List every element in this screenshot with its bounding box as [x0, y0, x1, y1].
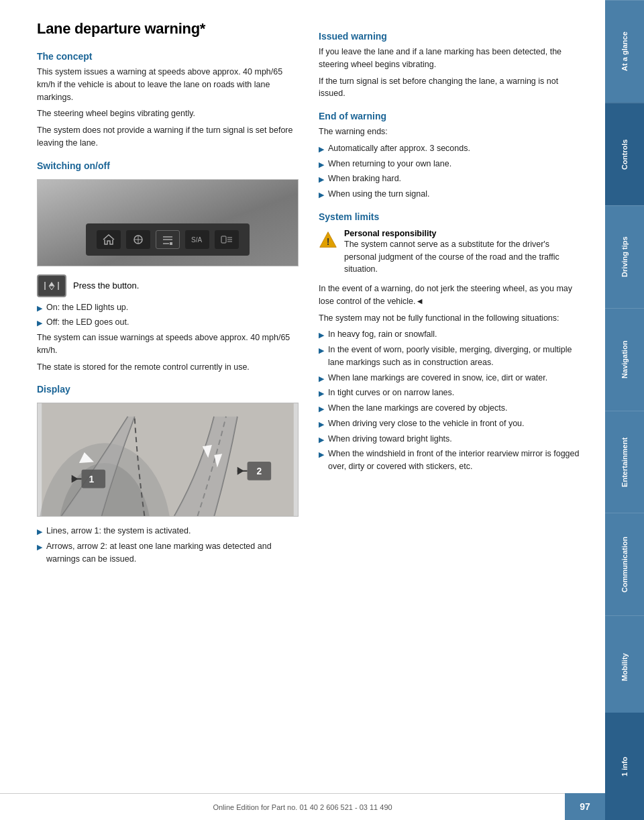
svg-marker-15	[49, 286, 54, 290]
svg-text:1: 1	[89, 474, 95, 484]
car-button-1	[97, 230, 121, 249]
bullet-arrow-icon: ▶	[37, 542, 42, 553]
limits-bullet-5: ▶ When the lane markings are covered by …	[319, 402, 580, 415]
end-bullet-1: ▶ Automatically after approx. 3 seconds.	[319, 142, 580, 155]
bullet-arrow-icon: ▶	[319, 144, 324, 155]
info-badge: 1 info	[605, 713, 644, 820]
limits-bullet-8: ▶ When the windshield in front of the in…	[319, 448, 580, 473]
concept-para-3: The system does not provide a warning if…	[37, 124, 299, 150]
bullet-arrow-icon: ▶	[319, 403, 324, 415]
bullet-arrow-icon: ▶	[319, 159, 324, 170]
page-title: Lane departure warning*	[37, 20, 299, 38]
switching-bullet-1: ▶ On: the LED lights up.	[37, 301, 299, 314]
end-intro: The warning ends:	[319, 125, 580, 138]
limits-bullet-4: ▶ In tight curves or on narrow lanes.	[319, 387, 580, 399]
car-button-5	[215, 230, 239, 249]
concept-heading: The concept	[37, 51, 299, 62]
bullet-arrow-icon: ▶	[319, 345, 324, 356]
left-column: Lane departure warning* The concept This…	[37, 20, 299, 780]
bullet-arrow-icon: ▶	[37, 526, 42, 537]
end-bullet-3: ▶ When braking hard.	[319, 172, 580, 185]
right-column: Issued warning If you leave the lane and…	[319, 20, 580, 780]
press-button-row: Press the button.	[37, 274, 299, 297]
display-image: 1 2	[37, 403, 299, 517]
sidebar-item-driving-tips[interactable]: Driving tips	[605, 205, 644, 308]
limits-bullet-2: ▶ In the event of worn, poorly visible, …	[319, 344, 580, 369]
limits-bullet-6: ▶ When driving very close to the vehicle…	[319, 417, 580, 430]
sidebar-item-navigation[interactable]: Navigation	[605, 308, 644, 411]
page-container: Lane departure warning* The concept This…	[0, 0, 644, 820]
end-warning-heading: End of warning	[319, 111, 580, 121]
display-heading: Display	[37, 384, 299, 395]
warning-text: The system cannot serve as a substitute …	[344, 238, 580, 276]
warning-title: Personal responsibility	[344, 229, 580, 238]
bullet-arrow-icon: ▶	[37, 317, 42, 329]
svg-text:!: !	[327, 236, 330, 247]
main-content: Lane departure warning* The concept This…	[0, 0, 605, 820]
sidebar-item-mobility[interactable]: Mobility	[605, 615, 644, 718]
bullet-arrow-icon: ▶	[319, 434, 324, 446]
display-bullet-1: ▶ Lines, arrow 1: the system is activate…	[37, 525, 299, 537]
sidebar: At a glance Controls Driving tips Naviga…	[605, 0, 644, 820]
car-button-4: S/A	[185, 230, 209, 249]
warning-box: ! Personal responsibility The system can…	[319, 229, 580, 276]
sidebar-item-communication[interactable]: Communication	[605, 513, 644, 615]
switching-heading: Switching on/off	[37, 160, 299, 171]
display-bullet-2: ▶ Arrows, arrow 2: at least one lane mar…	[37, 540, 299, 566]
footer-text: Online Edition for Part no. 01 40 2 606 …	[213, 803, 392, 811]
concept-para-1: This system issues a warning at speeds a…	[37, 66, 299, 103]
system-para-1: In the event of a warning, do not jerk t…	[319, 283, 580, 308]
bullet-arrow-icon: ▶	[319, 419, 324, 430]
switching-bullet-2: ▶ Off: the LED goes out.	[37, 316, 299, 329]
system-para-2: The system may not be fully functional i…	[319, 312, 580, 325]
switching-para-2: The state is stored for the remote contr…	[37, 361, 299, 374]
end-bullet-4: ▶ When using the turn signal.	[319, 188, 580, 201]
bullet-arrow-icon: ▶	[319, 189, 324, 201]
issued-para-2: If the turn signal is set before changin…	[319, 75, 580, 101]
press-button-text: Press the button.	[73, 280, 139, 291]
bullet-arrow-icon: ▶	[319, 329, 324, 341]
issued-para-1: If you leave the lane and if a lane mark…	[319, 46, 580, 71]
switching-para-1: The system can issue warnings at speeds …	[37, 331, 299, 357]
limits-bullet-3: ▶ When lane markings are covered in snow…	[319, 372, 580, 385]
lane-button-icon	[37, 274, 66, 297]
issued-warning-heading: Issued warning	[319, 31, 580, 42]
warning-triangle-icon: !	[319, 230, 337, 249]
sidebar-item-at-a-glance[interactable]: At a glance	[605, 0, 644, 103]
bullet-arrow-icon: ▶	[319, 373, 324, 385]
limits-bullet-1: ▶ In heavy fog, rain or snowfall.	[319, 328, 580, 341]
concept-para-2: The steering wheel begins vibrating gent…	[37, 107, 299, 120]
limits-bullet-7: ▶ When driving toward bright lights.	[319, 433, 580, 446]
svg-marker-5	[170, 242, 172, 245]
page-number: 97	[565, 793, 605, 820]
sidebar-item-entertainment[interactable]: Entertainment	[605, 411, 644, 513]
switching-image: S/A	[37, 179, 299, 266]
svg-rect-8	[221, 236, 226, 243]
footer: Online Edition for Part no. 01 40 2 606 …	[0, 793, 605, 820]
system-limits-heading: System limits	[319, 211, 580, 222]
bullet-arrow-icon: ▶	[37, 303, 42, 314]
bullet-arrow-icon: ▶	[319, 174, 324, 185]
svg-marker-14	[49, 282, 54, 286]
svg-text:2: 2	[257, 466, 262, 476]
end-bullet-2: ▶ When returning to your own lane.	[319, 158, 580, 170]
bullet-arrow-icon: ▶	[319, 388, 324, 399]
car-button-3	[156, 230, 180, 249]
bullet-arrow-icon: ▶	[319, 449, 324, 460]
sidebar-item-controls[interactable]: Controls	[605, 103, 644, 205]
svg-text:S/A: S/A	[191, 236, 202, 244]
switching-image-inner: S/A	[38, 180, 298, 266]
button-panel: S/A	[86, 223, 250, 256]
display-svg: 1 2	[38, 403, 298, 516]
warning-content: Personal responsibility The system canno…	[344, 229, 580, 276]
car-button-2	[126, 230, 150, 249]
